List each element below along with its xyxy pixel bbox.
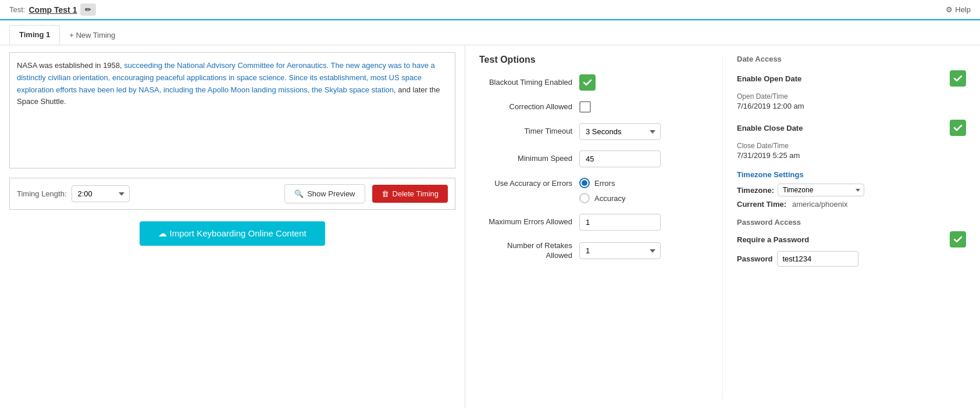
require-password-row: Require a Password (737, 231, 966, 247)
errors-radio-label: Errors (594, 179, 615, 188)
help-label: Help (955, 5, 971, 14)
timer-timeout-label: Timer Timeout (479, 127, 572, 137)
test-label: Test: (9, 5, 25, 14)
left-panel: NASA was established in 1958, succeeding… (0, 45, 465, 408)
password-access-title: Password Access (737, 218, 966, 227)
minimum-speed-input[interactable] (579, 150, 661, 167)
minimum-speed-row: Minimum Speed (479, 150, 708, 167)
num-retakes-row: Number of Retakes Allowed 1 2 3 Unlimite… (479, 241, 708, 261)
open-date-time-label: Open Date/Time (737, 92, 966, 101)
accuracy-radio-item[interactable]: Accuracy (579, 193, 625, 203)
timing-text-area[interactable]: NASA was established in 1958, succeeding… (9, 52, 455, 168)
cloud-icon: ☁ (158, 228, 167, 238)
date-access-column: Date Access Enable Open Date Open Date/T… (723, 55, 966, 399)
import-content-button[interactable]: ☁ Import Keyboarding Online Content (140, 221, 325, 246)
current-time-value: america/phoenix (792, 200, 847, 209)
preview-icon: 🔍 (294, 189, 304, 198)
errors-radio-circle (579, 178, 590, 188)
timer-timeout-row: Timer Timeout 3 Seconds 1 Second 2 Secon… (479, 123, 708, 140)
current-time-row: Current Time: america/phoenix (737, 200, 966, 209)
enable-open-date-row: Enable Open Date (737, 70, 966, 87)
test-name: Comp Test 1 (28, 5, 77, 15)
timezone-settings-title: Timezone Settings (737, 170, 966, 179)
accuracy-radio-label: Accuracy (594, 194, 625, 203)
tab-bar: Timing 1 + New Timing (0, 20, 980, 45)
open-date-time-value: 7/16/2019 12:00 am (737, 102, 966, 110)
max-errors-label: Maximum Errors Allowed (479, 217, 572, 227)
test-options-column: Test Options Blackout Timing Enabled Cor… (479, 55, 723, 399)
minimum-speed-label: Minimum Speed (479, 154, 572, 164)
timing-controls: Timing Length: 2:00 1:00 3:00 5:00 🔍 Sho… (9, 178, 455, 210)
enable-open-date-label: Enable Open Date (737, 74, 801, 83)
blackout-timing-row: Blackout Timing Enabled (479, 74, 708, 91)
num-retakes-select[interactable]: 1 2 3 Unlimited (579, 242, 661, 259)
num-retakes-label: Number of Retakes Allowed (479, 241, 572, 261)
correction-allowed-checkbox[interactable] (579, 101, 591, 113)
timing-btn-controls: 🔍 Show Preview 🗑 Delete Timing (284, 184, 448, 203)
timing-length-label: Timing Length: (17, 189, 67, 198)
test-options-title: Test Options (479, 55, 708, 65)
date-access-section-title: Date Access (737, 55, 966, 63)
new-timing-button[interactable]: + New Timing (62, 26, 122, 44)
enable-close-date-checkbox[interactable] (950, 120, 966, 136)
max-errors-row: Maximum Errors Allowed (479, 214, 708, 231)
edit-test-name-button[interactable]: ✏ (80, 3, 96, 16)
close-date-time-label: Close Date/Time (737, 142, 966, 150)
blackout-timing-label: Blackout Timing Enabled (479, 78, 572, 88)
password-input[interactable] (777, 251, 858, 267)
text-part1: NASA was established in 1958, (17, 61, 124, 70)
top-bar-left: Test: Comp Test 1 ✏ (9, 3, 96, 16)
blackout-timing-checkbox[interactable] (579, 74, 596, 91)
show-preview-button[interactable]: 🔍 Show Preview (284, 184, 365, 203)
timezone-row: Timezone: Timezone America/Phoenix Ameri… (737, 184, 966, 196)
accuracy-errors-label: Use Accuracy or Errors (479, 178, 572, 189)
main-layout: NASA was established in 1958, succeeding… (0, 45, 980, 408)
enable-open-date-checkbox[interactable] (950, 70, 966, 87)
errors-radio-item[interactable]: Errors (579, 178, 625, 188)
timezone-label: Timezone: (737, 186, 774, 195)
accuracy-radio-circle (579, 193, 590, 203)
close-date-time-value: 7/31/2019 5:25 am (737, 151, 966, 160)
timing-length-group: Timing Length: 2:00 1:00 3:00 5:00 (17, 185, 130, 202)
correction-allowed-label: Correction Allowed (479, 102, 572, 112)
top-bar: Test: Comp Test 1 ✏ ⚙ Help (0, 0, 980, 20)
help-icon: ⚙ (946, 5, 953, 14)
trash-icon: 🗑 (382, 189, 389, 198)
password-field-label: Password (737, 254, 772, 263)
timezone-select[interactable]: Timezone America/Phoenix America/New_Yor… (778, 184, 864, 196)
help-button[interactable]: ⚙ Help (946, 5, 971, 14)
accuracy-errors-radio-group: Errors Accuracy (579, 178, 625, 203)
password-input-row: Password (737, 251, 966, 267)
right-panel: Test Options Blackout Timing Enabled Cor… (465, 45, 980, 408)
accuracy-errors-row: Use Accuracy or Errors Errors Accuracy (479, 178, 708, 203)
current-time-label: Current Time: (737, 200, 786, 209)
enable-close-date-label: Enable Close Date (737, 124, 803, 132)
correction-allowed-row: Correction Allowed (479, 101, 708, 113)
enable-close-date-row: Enable Close Date (737, 120, 966, 136)
require-password-checkbox[interactable] (950, 231, 966, 247)
tab-timing-1[interactable]: Timing 1 (9, 25, 60, 45)
delete-timing-button[interactable]: 🗑 Delete Timing (372, 185, 448, 203)
max-errors-input[interactable] (579, 214, 661, 231)
timer-timeout-select[interactable]: 3 Seconds 1 Second 2 Seconds 4 Seconds 5… (579, 123, 661, 140)
require-password-label: Require a Password (737, 235, 809, 244)
timing-length-select[interactable]: 2:00 1:00 3:00 5:00 (72, 185, 130, 202)
